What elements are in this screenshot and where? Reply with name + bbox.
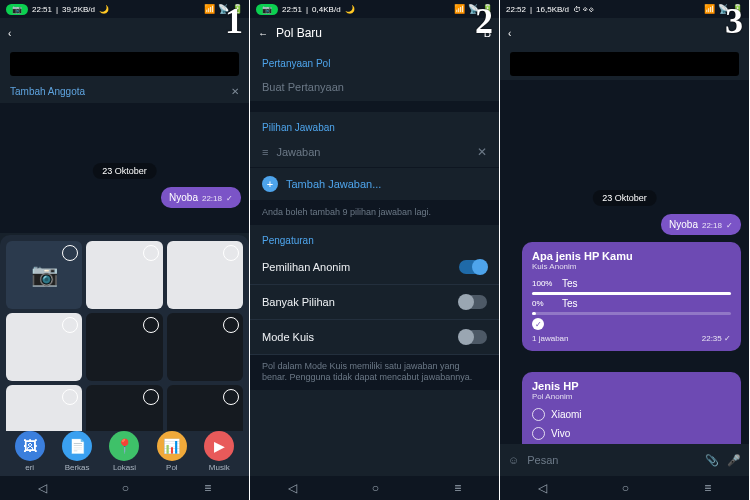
moon-icon: 🌙: [99, 5, 109, 14]
toggle-quiz[interactable]: [459, 330, 487, 344]
nav-back[interactable]: ◁: [288, 481, 297, 495]
attach-icon[interactable]: 📎: [705, 454, 719, 467]
status-bar: 📷 22:51 | 39,2KB/d 🌙 📶 📡 🔋: [0, 0, 249, 18]
wifi-icon: 📶: [454, 4, 465, 14]
media-thumb[interactable]: [6, 385, 82, 431]
moon-icon: 🌙: [345, 5, 355, 14]
chat-area: 23 Oktober Nyoba 22:18 ✓ Apa jenis HP Ka…: [500, 80, 749, 500]
back-icon[interactable]: ‹: [508, 28, 511, 39]
message-input[interactable]: ☺ Pesan 📎 🎤: [500, 444, 749, 476]
question-input[interactable]: Buat Pertanyaan: [250, 73, 499, 102]
screen-1: 1 📷 22:51 | 39,2KB/d 🌙 📶 📡 🔋 ‹ Tambah An…: [0, 0, 250, 500]
add-member-row[interactable]: Tambah Anggota ✕: [0, 80, 249, 103]
screen-3: 3 22:52 | 16,5KB/d ⏱ ◎ ⊘ 📶 📡 🔋 ‹ 23 Okto…: [500, 0, 750, 500]
check-icon: ✓: [226, 194, 233, 203]
quiz-hint: Pol dalam Mode Kuis memiliki satu jawaba…: [250, 355, 499, 390]
back-icon[interactable]: ‹: [8, 28, 11, 39]
attachment-types: 🖼 eri 📄 Berkas 📍 Lokasi 📊 Pol ▶ Musik: [0, 431, 249, 472]
media-thumb[interactable]: [167, 385, 243, 431]
media-thumb[interactable]: [167, 313, 243, 381]
nav-back[interactable]: ◁: [38, 481, 47, 495]
setting-multiple[interactable]: Banyak Pilihan: [250, 285, 499, 320]
chat-header[interactable]: ‹: [0, 18, 249, 48]
status-speed: 16,5KB/d: [536, 5, 569, 14]
media-thumb[interactable]: [86, 241, 162, 309]
nav-home[interactable]: ○: [372, 481, 379, 495]
input-placeholder: Pesan: [527, 454, 697, 466]
emoji-icon[interactable]: ☺: [508, 454, 519, 466]
status-extra: ⏱ ◎ ⊘: [573, 5, 593, 14]
attach-music-button[interactable]: ▶ Musik: [204, 431, 234, 472]
poll-option[interactable]: Vivo: [532, 424, 731, 443]
attach-file-button[interactable]: 📄 Berkas: [62, 431, 92, 472]
poll-subtitle: Kuis Anonim: [532, 262, 731, 271]
status-time: 22:52: [506, 5, 526, 14]
poll-option: 0% Tes: [532, 295, 731, 312]
back-icon[interactable]: ←: [258, 28, 268, 39]
date-chip: 23 Oktober: [92, 163, 157, 179]
message-out[interactable]: Nyoba 22:18 ✓: [161, 187, 241, 208]
media-thumb[interactable]: [6, 313, 82, 381]
clear-icon[interactable]: ✕: [477, 145, 487, 159]
nav-back[interactable]: ◁: [538, 481, 547, 495]
toggle-anonymous[interactable]: [459, 260, 487, 274]
poll-icon: 📊: [157, 431, 187, 461]
status-speed: 39,2KB/d: [62, 5, 95, 14]
section-question-title: Pertanyaan Pol: [250, 48, 499, 73]
message-text: Nyoba: [669, 219, 698, 230]
add-member-label: Tambah Anggota: [10, 86, 85, 97]
drag-icon[interactable]: ≡: [262, 146, 268, 158]
section-settings-title: Pengaturan: [250, 225, 499, 250]
nav-recent[interactable]: ≡: [704, 481, 711, 495]
plus-icon: +: [262, 176, 278, 192]
gallery-icon: 🖼: [15, 431, 45, 461]
attach-location-button[interactable]: 📍 Lokasi: [109, 431, 139, 472]
status-time: 22:51: [282, 5, 302, 14]
question-placeholder: Buat Pertanyaan: [262, 81, 344, 93]
camera-tile[interactable]: 📷: [6, 241, 82, 309]
poll-option: 100% Tes: [532, 275, 731, 292]
chat-header[interactable]: ‹: [500, 18, 749, 48]
answers-remaining-hint: Anda boleh tambah 9 pilihan jawaban lagi…: [250, 201, 499, 225]
poll-header: ← Pol Baru B: [250, 18, 499, 48]
add-answer-button[interactable]: + Tambah Jawaban...: [250, 168, 499, 201]
close-icon[interactable]: ✕: [231, 86, 239, 97]
attach-poll-button[interactable]: 📊 Pol: [157, 431, 187, 472]
attach-gallery-button[interactable]: 🖼 eri: [15, 431, 45, 472]
status-bar: 22:52 | 16,5KB/d ⏱ ◎ ⊘ 📶 📡 🔋: [500, 0, 749, 18]
section-answers-title: Pilihan Jawaban: [250, 112, 499, 137]
status-time: 22:51: [32, 5, 52, 14]
poll-quiz[interactable]: Apa jenis HP Kamu Kuis Anonim 100% Tes 0…: [522, 242, 741, 351]
nav-home[interactable]: ○: [122, 481, 129, 495]
poll-option[interactable]: Xiaomi: [532, 405, 731, 424]
screen-2: 2 📷 22:51 | 0,4KB/d 🌙 📶 📡 🔋 ← Pol Baru B…: [250, 0, 500, 500]
camera-indicator: 📷: [6, 4, 28, 15]
selected-icon: ✓: [532, 318, 544, 330]
nav-home[interactable]: ○: [622, 481, 629, 495]
radio-icon: [532, 408, 545, 421]
poll-time: 22:35: [702, 334, 722, 343]
camera-indicator: 📷: [256, 4, 278, 15]
media-thumb[interactable]: [86, 385, 162, 431]
nav-recent[interactable]: ≡: [204, 481, 211, 495]
poll-answers: 1 jawaban: [532, 334, 568, 343]
toggle-multiple[interactable]: [459, 295, 487, 309]
attachment-sheet: 📷 🖼 eri 📄 Berkas 📍 Lokasi: [0, 235, 249, 500]
location-icon: 📍: [109, 431, 139, 461]
header-redacted: [10, 52, 239, 76]
panel-number: 3: [725, 0, 743, 42]
nav-recent[interactable]: ≡: [454, 481, 461, 495]
answer-input[interactable]: ≡ Jawaban ✕: [250, 137, 499, 168]
mic-icon[interactable]: 🎤: [727, 454, 741, 467]
message-time: 22:18: [202, 194, 222, 203]
check-icon: ✓: [726, 221, 733, 230]
radio-icon: [532, 427, 545, 440]
header-title: Pol Baru: [276, 26, 476, 40]
setting-quiz[interactable]: Mode Kuis: [250, 320, 499, 355]
media-thumb[interactable]: [86, 313, 162, 381]
media-thumb[interactable]: [167, 241, 243, 309]
header-redacted: [510, 52, 739, 76]
message-out[interactable]: Nyoba 22:18 ✓: [661, 214, 741, 235]
setting-anonymous[interactable]: Pemilihan Anonim: [250, 250, 499, 285]
poll-title: Jenis HP: [532, 380, 731, 392]
